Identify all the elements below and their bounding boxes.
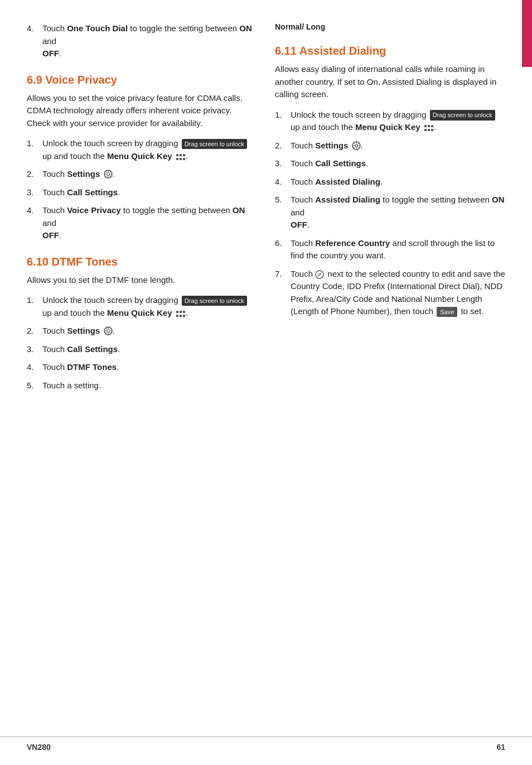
- section-heading-610: 6.10 DTMF Tones: [27, 256, 257, 268]
- footer-model: VN280: [27, 743, 51, 752]
- steps-list-69: 1. Unlock the touch screen by dragging D…: [27, 137, 257, 242]
- section-intro-611: Allows easy dialing of international cal…: [275, 63, 505, 101]
- step-text: Touch One Touch Dial to toggle the setti…: [42, 22, 257, 60]
- list-item: 1. Unlock the touch screen by dragging D…: [27, 137, 257, 162]
- section-heading-69: 6.9 Voice Privacy: [27, 74, 257, 86]
- svg-rect-33: [428, 125, 430, 127]
- step-text: Touch Settings: [42, 168, 257, 181]
- step-num: 4.: [275, 176, 291, 189]
- svg-line-15: [105, 176, 106, 177]
- settings-icon: [104, 170, 113, 179]
- step-text: Touch Assisted Dialing.: [291, 176, 505, 189]
- svg-rect-18: [183, 311, 185, 313]
- list-item: 3. Touch Call Settings.: [27, 343, 257, 356]
- svg-rect-3: [176, 158, 178, 160]
- edit-icon: [315, 270, 324, 279]
- svg-rect-0: [176, 154, 178, 156]
- step-text: Touch Assisted Dialing to toggle the set…: [291, 194, 505, 232]
- step-num: 5.: [275, 194, 291, 206]
- svg-rect-2: [183, 154, 185, 156]
- step-num: 5.: [27, 379, 42, 392]
- step-text: Touch Reference Country and scroll throu…: [291, 237, 505, 262]
- step-num: 1.: [275, 109, 291, 122]
- list-item: 2. Touch Settings: [275, 139, 505, 152]
- save-badge: Save: [437, 307, 457, 317]
- normal-long-label: Normal/ Long: [275, 22, 505, 31]
- svg-line-46: [358, 142, 359, 143]
- svg-line-49: [318, 276, 318, 276]
- step-text: Touch a setting.: [42, 379, 257, 392]
- svg-rect-17: [180, 311, 182, 313]
- svg-rect-32: [424, 125, 427, 127]
- step-num: 1.: [27, 137, 42, 150]
- page-container: 4. Touch One Touch Dial to toggle the se…: [0, 0, 532, 765]
- settings-icon: [104, 326, 113, 335]
- svg-point-7: [107, 173, 109, 176]
- step-num: 3.: [27, 343, 42, 356]
- page-footer: VN280 61: [0, 737, 532, 752]
- step-num: 7.: [275, 268, 291, 281]
- svg-line-45: [358, 147, 359, 148]
- list-item: 3. Touch Call Settings.: [27, 186, 257, 199]
- menu-quick-key-icon: [424, 123, 434, 131]
- svg-rect-20: [180, 315, 182, 317]
- list-item: 4. Touch Assisted Dialing.: [275, 176, 505, 189]
- svg-rect-5: [183, 158, 185, 160]
- list-item: 6. Touch Reference Country and scroll th…: [275, 237, 505, 262]
- svg-rect-21: [183, 315, 185, 317]
- step-num: 2.: [27, 325, 42, 338]
- drag-screen-badge: Drag screen to unlock: [182, 139, 247, 150]
- svg-line-29: [110, 333, 111, 334]
- step-text: Touch next to the selected country to ed…: [291, 268, 505, 318]
- svg-line-44: [353, 142, 354, 143]
- list-item: 3. Touch Call Settings.: [275, 157, 505, 170]
- svg-rect-4: [180, 158, 182, 160]
- list-item: 1. Unlock the touch screen by dragging D…: [275, 109, 505, 134]
- svg-line-14: [110, 171, 111, 172]
- settings-icon: [352, 141, 361, 150]
- step-text: Touch Call Settings.: [42, 186, 257, 199]
- step-text: Unlock the touch screen by dragging Drag…: [291, 109, 505, 134]
- svg-line-28: [105, 328, 106, 329]
- section-intro-69: Allows you to set the voice privacy feat…: [27, 92, 257, 130]
- list-item: 4. Touch Voice Privacy to toggle the set…: [27, 204, 257, 242]
- step-num: 4.: [27, 204, 42, 217]
- two-column-layout: 4. Touch One Touch Dial to toggle the se…: [27, 22, 505, 401]
- right-column: Normal/ Long 6.11 Assisted Dialing Allow…: [275, 22, 505, 401]
- svg-rect-16: [176, 311, 178, 313]
- steps-list-611: 1. Unlock the touch screen by dragging D…: [275, 109, 505, 318]
- list-item: 5. Touch a setting.: [27, 379, 257, 392]
- step-text: Touch DTMF Tones.: [42, 361, 257, 374]
- section-intro-610: Allows you to set the DTMF tone length.: [27, 274, 257, 287]
- svg-line-31: [105, 333, 106, 334]
- section-69-voice-privacy: 6.9 Voice Privacy Allows you to set the …: [27, 74, 257, 242]
- step-text: Touch Call Settings.: [291, 157, 505, 170]
- list-item: 4. Touch DTMF Tones.: [27, 361, 257, 374]
- svg-rect-36: [428, 129, 430, 131]
- svg-line-13: [110, 176, 111, 177]
- list-item: 5. Touch Assisted Dialing to toggle the …: [275, 194, 505, 232]
- svg-point-23: [107, 330, 109, 333]
- list-item: 2. Touch Settings: [27, 325, 257, 338]
- section-610-dtmf-tones: 6.10 DTMF Tones Allows you to set the DT…: [27, 256, 257, 392]
- section-611-assisted-dialing: 6.11 Assisted Dialing Allows easy dialin…: [275, 45, 505, 318]
- list-item: 7. Touch next to the selected country: [275, 268, 505, 318]
- left-column: 4. Touch One Touch Dial to toggle the se…: [27, 22, 257, 401]
- svg-point-39: [355, 144, 357, 147]
- step-text: Touch Settings: [291, 139, 505, 152]
- svg-rect-35: [424, 129, 427, 131]
- svg-rect-37: [431, 129, 433, 131]
- steps-list-610: 1. Unlock the touch screen by dragging D…: [27, 294, 257, 392]
- step-num: 4.: [27, 361, 42, 374]
- step-text: Unlock the touch screen by dragging Drag…: [42, 137, 257, 162]
- drag-screen-badge: Drag screen to unlock: [430, 110, 495, 121]
- step-num: 3.: [275, 157, 291, 170]
- menu-quick-key-icon: [176, 309, 186, 317]
- list-item: 2. Touch Settings: [27, 168, 257, 181]
- step-num: 1.: [27, 294, 42, 307]
- step-num: 3.: [27, 186, 42, 199]
- svg-line-12: [105, 171, 106, 172]
- svg-rect-34: [431, 125, 433, 127]
- step-num: 6.: [275, 237, 291, 250]
- side-tab: [522, 0, 532, 67]
